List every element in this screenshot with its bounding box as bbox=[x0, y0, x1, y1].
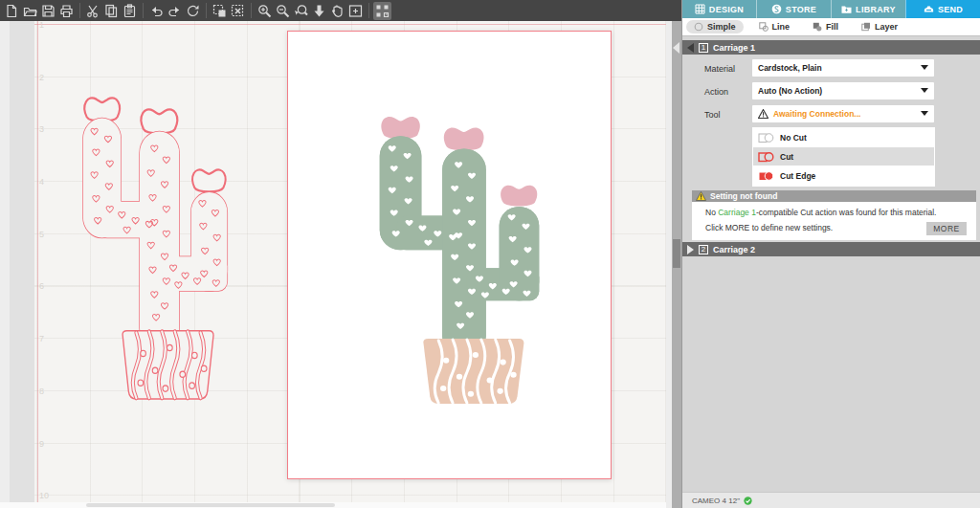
ruler-number: 10 bbox=[39, 491, 53, 500]
carriage-1-number: 1 bbox=[699, 43, 708, 53]
chevron-down-icon bbox=[921, 88, 928, 93]
material-value: Cardstock, Plain bbox=[758, 63, 822, 73]
fit-to-page-icon[interactable] bbox=[346, 2, 365, 20]
tab-design[interactable]: DESIGN bbox=[682, 0, 756, 18]
mode-fill[interactable]: Fill bbox=[805, 20, 846, 33]
connected-check-icon bbox=[744, 497, 752, 505]
carriage-2-header[interactable]: 2 Carriage 2 bbox=[682, 242, 980, 256]
carriage-1-title: Carriage 1 bbox=[713, 43, 755, 53]
cut-option-cut-edge[interactable]: Cut Edge bbox=[753, 166, 934, 185]
fill-mode-icon bbox=[813, 22, 822, 32]
tool-label: Tool bbox=[704, 110, 721, 120]
paste-icon[interactable] bbox=[121, 2, 139, 20]
ruler-number: 4 bbox=[39, 177, 53, 187]
tab-design-label: DESIGN bbox=[709, 5, 744, 14]
open-file-icon[interactable] bbox=[21, 2, 39, 20]
chevron-down-icon bbox=[921, 65, 928, 70]
registration-marks-icon[interactable] bbox=[373, 2, 391, 20]
sync-icon[interactable] bbox=[184, 2, 202, 20]
zoom-selection-icon[interactable] bbox=[292, 2, 310, 20]
tab-library-label: LIBRARY bbox=[856, 5, 896, 14]
deselect-icon[interactable] bbox=[229, 2, 247, 20]
carriage-1-header[interactable]: 1 Carriage 1 bbox=[682, 40, 980, 55]
cut-option-no-cut[interactable]: No Cut bbox=[753, 128, 934, 146]
tab-library[interactable]: LIBRARY bbox=[831, 0, 905, 18]
mode-simple[interactable]: Simple bbox=[686, 20, 744, 33]
mode-layer[interactable]: Layer bbox=[854, 20, 905, 33]
tab-send-label: SEND bbox=[938, 5, 963, 14]
zoom-in-icon[interactable] bbox=[256, 2, 274, 20]
tab-store[interactable]: STORE bbox=[756, 0, 831, 18]
cut-option-cut[interactable]: Cut bbox=[753, 147, 934, 166]
machine-status-bar: CAMEO 4 12" bbox=[682, 492, 980, 508]
expand-triangle-icon bbox=[687, 245, 694, 254]
vertical-scrollbar-thumb[interactable] bbox=[673, 239, 680, 268]
cactus-design-artwork[interactable] bbox=[351, 89, 569, 406]
print-icon[interactable] bbox=[57, 2, 76, 20]
line-mode-icon bbox=[759, 22, 768, 32]
undo-icon[interactable] bbox=[147, 2, 166, 20]
send-machine-icon bbox=[924, 4, 934, 14]
carriage-1-link: Carriage 1 bbox=[718, 208, 756, 217]
select-all-icon[interactable] bbox=[211, 2, 229, 20]
cut-scissors-icon[interactable] bbox=[84, 2, 102, 20]
library-folder-icon bbox=[841, 4, 852, 14]
ruler-number: 6 bbox=[39, 281, 53, 291]
cut-icon bbox=[758, 151, 774, 163]
cut-option-label: Cut Edge bbox=[780, 171, 815, 181]
ruler-number: 1 bbox=[39, 20, 53, 30]
action-label: Action bbox=[704, 87, 728, 97]
tool-dropdown[interactable]: Awaiting Connection... bbox=[752, 105, 934, 122]
cactus-cutline-preview[interactable] bbox=[57, 69, 255, 401]
vertical-scrollbar[interactable] bbox=[672, 21, 681, 508]
horizontal-scrollbar[interactable] bbox=[0, 502, 666, 508]
tool-value: Awaiting Connection... bbox=[773, 109, 860, 119]
chevron-down-icon bbox=[921, 111, 928, 116]
copy-icon[interactable] bbox=[102, 2, 121, 20]
mat-boundary-horizontal bbox=[34, 24, 681, 25]
ruler-number: 8 bbox=[39, 387, 53, 396]
carriage-2-number: 2 bbox=[699, 245, 708, 254]
ruler-number: 2 bbox=[39, 73, 53, 82]
ruler-number: 7 bbox=[39, 334, 53, 343]
simple-radio-icon bbox=[694, 22, 703, 32]
no-cut-icon bbox=[758, 132, 774, 144]
canvas-left-margin bbox=[0, 21, 10, 508]
send-mode-bar: Simple Line Fill Layer bbox=[682, 18, 980, 36]
store-logo-icon bbox=[771, 4, 782, 14]
main-toolbar bbox=[0, 0, 681, 21]
ruler-number: 5 bbox=[39, 230, 53, 239]
silhouette-studio-window: 1 2 3 4 5 6 7 8 9 10 DESIGN bbox=[0, 0, 980, 508]
mat-boundary-vertical bbox=[37, 21, 38, 508]
more-button[interactable]: MORE bbox=[926, 222, 967, 235]
cut-action-list: No Cut Cut Cut Edge bbox=[752, 127, 935, 187]
send-panel: DESIGN STORE LIBRARY SEND Simple bbox=[681, 0, 980, 508]
collapse-triangle-icon bbox=[687, 43, 694, 53]
cut-option-label: Cut bbox=[780, 152, 793, 162]
carriage-2-title: Carriage 2 bbox=[713, 245, 755, 254]
design-grid-icon bbox=[695, 4, 705, 14]
ruler-number: 3 bbox=[39, 124, 53, 134]
pan-hand-icon[interactable] bbox=[328, 2, 346, 20]
layer-mode-icon bbox=[861, 22, 871, 32]
tab-store-label: STORE bbox=[786, 5, 816, 14]
design-canvas: 1 2 3 4 5 6 7 8 9 10 bbox=[0, 21, 681, 508]
material-dropdown[interactable]: Cardstock, Plain bbox=[752, 59, 934, 77]
main-tabs: DESIGN STORE LIBRARY SEND bbox=[682, 0, 980, 18]
mode-layer-label: Layer bbox=[875, 22, 898, 32]
save-icon[interactable] bbox=[39, 2, 57, 20]
panel-collapse-arrow-icon[interactable] bbox=[673, 42, 679, 54]
material-label: Material bbox=[704, 64, 735, 74]
document-page[interactable] bbox=[287, 31, 612, 479]
action-dropdown[interactable]: Auto (No Action) bbox=[752, 82, 934, 99]
warning-triangle-icon bbox=[758, 109, 768, 119]
zoom-out-icon[interactable] bbox=[274, 2, 292, 20]
horizontal-scrollbar-thumb[interactable] bbox=[86, 503, 335, 507]
redo-icon[interactable] bbox=[166, 2, 184, 20]
mode-line[interactable]: Line bbox=[751, 20, 798, 33]
zoom-drag-icon[interactable] bbox=[310, 2, 328, 20]
action-value: Auto (No Action) bbox=[758, 86, 822, 96]
tab-send[interactable]: SEND bbox=[905, 0, 980, 18]
new-document-icon[interactable] bbox=[3, 2, 21, 20]
canvas-left-strip bbox=[10, 21, 34, 508]
